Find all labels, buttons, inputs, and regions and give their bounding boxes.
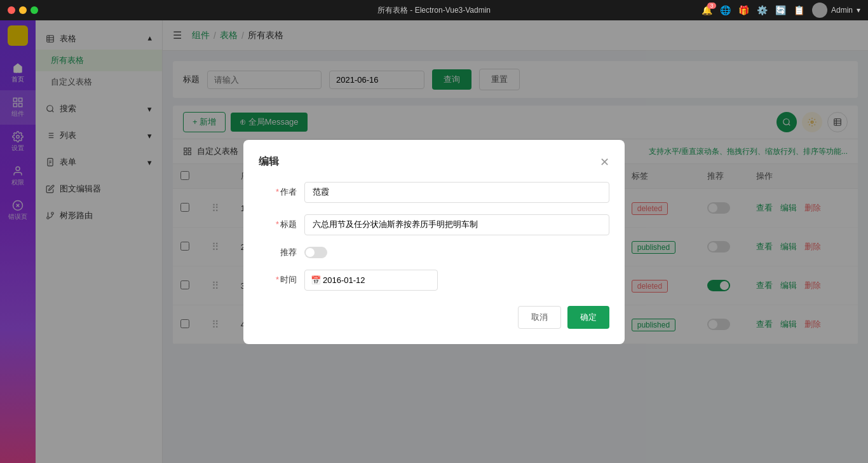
dropdown-arrow: ▾ bbox=[857, 6, 860, 15]
modal-footer: 取消 确定 bbox=[259, 306, 609, 329]
settings-icon[interactable]: ⚙️ bbox=[757, 5, 768, 15]
edit-modal: 编辑 ✕ 作者 标题 推荐 时间 📅 取 bbox=[243, 140, 625, 344]
form-item-time: 时间 📅 bbox=[259, 270, 609, 291]
titlebar-right: 🔔 3 🌐 🎁 ⚙️ 🔄 📋 Admin ▾ bbox=[702, 3, 860, 18]
form-recommend-toggle-row bbox=[304, 247, 327, 258]
notification-icon[interactable]: 🔔 3 bbox=[702, 5, 712, 15]
form-author-label: 作者 bbox=[259, 186, 297, 198]
close-button[interactable] bbox=[8, 6, 15, 14]
maximize-button[interactable] bbox=[31, 6, 38, 14]
form-recommend-label: 推荐 bbox=[259, 247, 297, 258]
modal-header: 编辑 ✕ bbox=[259, 155, 609, 169]
refresh-icon[interactable]: 🔄 bbox=[775, 5, 786, 15]
modal-title: 编辑 bbox=[259, 155, 279, 169]
modal-close-button[interactable]: ✕ bbox=[600, 155, 609, 169]
form-author-input[interactable] bbox=[304, 182, 609, 203]
recommend-toggle[interactable] bbox=[304, 247, 327, 258]
gift-icon[interactable]: 🎁 bbox=[738, 5, 749, 15]
form-item-title: 标题 bbox=[259, 214, 609, 235]
form-time-label: 时间 bbox=[259, 274, 297, 286]
form-item-author: 作者 bbox=[259, 182, 609, 203]
notification-badge: 3 bbox=[707, 3, 716, 9]
bell-icon[interactable]: 📋 bbox=[794, 5, 804, 15]
avatar bbox=[812, 3, 827, 18]
form-time-input[interactable] bbox=[304, 270, 438, 291]
admin-name: Admin bbox=[831, 6, 853, 15]
form-item-recommend: 推荐 bbox=[259, 247, 609, 258]
confirm-button[interactable]: 确定 bbox=[567, 306, 609, 329]
minimize-button[interactable] bbox=[19, 6, 27, 14]
window-title: 所有表格 - Electron-Vue3-Vadmin bbox=[377, 5, 491, 16]
modal-overlay[interactable]: 编辑 ✕ 作者 标题 推荐 时间 📅 取 bbox=[0, 20, 868, 463]
titlebar: 所有表格 - Electron-Vue3-Vadmin 🔔 3 🌐 🎁 ⚙️ 🔄… bbox=[0, 0, 868, 20]
form-title-label: 标题 bbox=[259, 219, 297, 230]
cancel-button[interactable]: 取消 bbox=[518, 306, 561, 329]
admin-profile[interactable]: Admin ▾ bbox=[812, 3, 860, 18]
window-controls bbox=[8, 6, 38, 14]
global-icon[interactable]: 🌐 bbox=[720, 5, 731, 15]
form-time-wrap: 📅 bbox=[304, 270, 438, 291]
form-title-input[interactable] bbox=[304, 214, 609, 235]
calendar-icon: 📅 bbox=[311, 275, 321, 285]
toggle-knob bbox=[306, 248, 315, 257]
